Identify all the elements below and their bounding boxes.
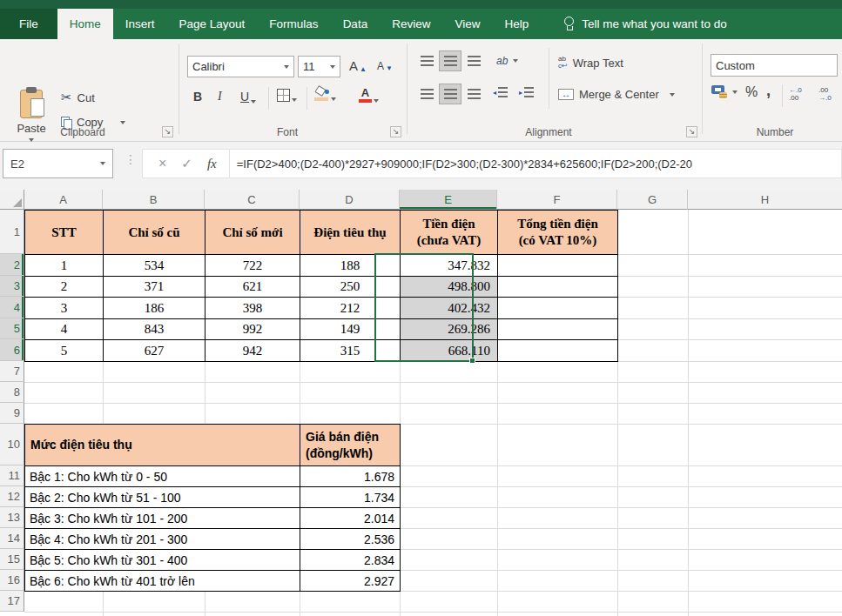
cell[interactable]: 5 bbox=[25, 340, 104, 362]
row-header[interactable]: 10 bbox=[0, 424, 24, 465]
tab-review[interactable]: Review bbox=[380, 9, 442, 39]
price-tier-cell[interactable]: Bậc 1: Cho kWh từ 0 - 50 bbox=[25, 466, 300, 487]
cell[interactable]: 250 bbox=[300, 277, 401, 298]
cancel-icon[interactable]: × bbox=[158, 156, 166, 171]
cell[interactable]: 3 bbox=[25, 298, 104, 319]
formula-bar-handle[interactable]: ⋮ bbox=[125, 152, 137, 166]
cell[interactable]: 627 bbox=[104, 340, 205, 362]
cell[interactable]: 942 bbox=[205, 340, 300, 362]
align-right-button[interactable] bbox=[462, 84, 485, 104]
bill-header-cell[interactable]: Chỉ số mới bbox=[205, 211, 300, 255]
font-color-button[interactable]: A bbox=[359, 87, 379, 103]
cell[interactable]: 1 bbox=[25, 255, 104, 277]
price-value-cell[interactable]: 2.927 bbox=[300, 571, 401, 592]
row-header[interactable]: 8 bbox=[0, 382, 24, 403]
decrease-indent-button[interactable]: ◂ bbox=[493, 87, 508, 97]
cell[interactable]: 621 bbox=[205, 277, 300, 298]
cell[interactable]: 2 bbox=[25, 277, 104, 298]
column-header-selected[interactable]: E bbox=[400, 190, 497, 210]
cell[interactable]: 212 bbox=[300, 298, 401, 319]
italic-button[interactable]: I bbox=[218, 90, 222, 104]
insert-function-icon[interactable]: fx bbox=[207, 157, 217, 171]
clipboard-dialog-launcher[interactable]: ↘ bbox=[162, 126, 173, 137]
percent-style-button[interactable]: % bbox=[745, 84, 758, 100]
price-header-label[interactable]: Mức điện tiêu thụ bbox=[25, 425, 300, 466]
price-value-cell[interactable]: 2.536 bbox=[300, 529, 401, 550]
copy-dropdown-caret[interactable] bbox=[120, 121, 125, 124]
align-center-button[interactable] bbox=[439, 84, 461, 104]
merge-center-button[interactable]: ↔ Merge & Center bbox=[558, 88, 675, 101]
cell[interactable]: 398 bbox=[205, 298, 300, 319]
cell[interactable] bbox=[498, 319, 618, 340]
tab-page-layout[interactable]: Page Layout bbox=[167, 9, 258, 39]
price-tier-cell[interactable]: Bậc 5: Cho kWh từ 301 - 400 bbox=[25, 550, 300, 571]
borders-button[interactable] bbox=[277, 89, 297, 102]
row-header[interactable]: 16 bbox=[0, 570, 24, 591]
bill-header-cell[interactable]: STT bbox=[25, 211, 104, 255]
grow-font-button[interactable]: A▲ bbox=[349, 58, 367, 73]
cell[interactable]: 992 bbox=[205, 319, 300, 340]
selected-cell[interactable]: 402.432 bbox=[401, 298, 498, 319]
comma-style-button[interactable]: , bbox=[766, 82, 771, 100]
accounting-format-button[interactable] bbox=[711, 85, 738, 98]
orientation-caret[interactable] bbox=[513, 59, 518, 63]
row-header-selected[interactable]: 5 bbox=[0, 318, 24, 339]
row-header-selected[interactable]: 3 bbox=[0, 276, 24, 297]
bill-header-cell[interactable]: Tổng tiền điện (có VAT 10%) bbox=[498, 211, 618, 255]
tab-help[interactable]: Help bbox=[492, 9, 541, 39]
name-box[interactable]: E2 bbox=[3, 149, 113, 178]
increase-indent-button[interactable]: ▸ bbox=[519, 87, 534, 97]
column-header[interactable]: C bbox=[205, 190, 300, 210]
alignment-dialog-launcher[interactable]: ↘ bbox=[686, 126, 697, 137]
cell[interactable] bbox=[498, 298, 618, 319]
borders-caret[interactable] bbox=[292, 98, 297, 102]
row-header-selected[interactable]: 4 bbox=[0, 297, 24, 318]
column-header[interactable]: G bbox=[617, 190, 688, 210]
select-all-corner[interactable] bbox=[0, 190, 24, 210]
enter-icon[interactable]: ✓ bbox=[181, 156, 192, 171]
formula-text[interactable]: =IF(D2>400;(D2-400)*2927+909000;IF(D2>30… bbox=[230, 157, 692, 171]
price-header-value[interactable]: Giá bán điện (đồng/kWh) bbox=[300, 425, 401, 466]
selected-cell[interactable]: 668.110 bbox=[401, 340, 498, 362]
row-header[interactable]: 14 bbox=[0, 528, 24, 549]
fill-color-caret[interactable] bbox=[331, 97, 336, 101]
row-header[interactable]: 1 bbox=[0, 210, 24, 254]
column-header[interactable]: F bbox=[497, 190, 617, 210]
cut-button[interactable]: ✂ Cut bbox=[61, 90, 95, 105]
price-value-cell[interactable]: 1.678 bbox=[300, 466, 401, 487]
price-tier-cell[interactable]: Bậc 3: Cho kWh từ 101 - 200 bbox=[25, 508, 300, 529]
cell[interactable] bbox=[498, 340, 618, 362]
underline-caret[interactable] bbox=[251, 100, 256, 104]
orientation-button[interactable]: ab bbox=[496, 55, 518, 67]
cell[interactable]: 149 bbox=[300, 319, 401, 340]
row-header-selected[interactable]: 2 bbox=[0, 254, 24, 276]
bold-button[interactable]: B bbox=[193, 90, 202, 104]
cell[interactable]: 315 bbox=[300, 340, 401, 362]
align-top-button[interactable] bbox=[415, 50, 438, 71]
font-size-combo[interactable]: 11 bbox=[298, 56, 340, 77]
tab-formulas[interactable]: Formulas bbox=[257, 9, 330, 39]
align-middle-button[interactable] bbox=[439, 50, 461, 71]
align-bottom-button[interactable] bbox=[462, 50, 485, 71]
column-header[interactable]: D bbox=[300, 190, 400, 210]
tab-home[interactable]: Home bbox=[57, 9, 113, 39]
shrink-font-button[interactable]: A▼ bbox=[377, 60, 393, 72]
increase-decimal-button[interactable]: ←.0.00 bbox=[789, 87, 802, 103]
column-header[interactable]: B bbox=[103, 190, 205, 210]
font-family-combo[interactable]: Calibri bbox=[187, 56, 294, 77]
tab-data[interactable]: Data bbox=[331, 9, 381, 39]
price-value-cell[interactable]: 1.734 bbox=[300, 487, 401, 508]
tab-file[interactable]: File bbox=[0, 9, 57, 39]
number-format-combo[interactable]: Custom bbox=[711, 54, 838, 77]
cell[interactable]: 534 bbox=[104, 255, 205, 277]
bill-header-cell[interactable]: Chỉ số cũ bbox=[104, 211, 205, 255]
row-header[interactable]: 15 bbox=[0, 549, 24, 570]
decrease-decimal-button[interactable]: .00→.0 bbox=[818, 87, 832, 103]
selected-cell[interactable]: 498.800 bbox=[401, 277, 498, 298]
bill-header-cell[interactable]: Tiền điện (chưa VAT) bbox=[401, 211, 498, 255]
price-tier-cell[interactable]: Bậc 4: Cho kWh từ 201 - 300 bbox=[25, 529, 300, 550]
column-header[interactable]: A bbox=[24, 190, 103, 210]
wrap-text-button[interactable]: abc↩ Wrap Text bbox=[558, 56, 623, 70]
price-tier-cell[interactable]: Bậc 6: Cho kWh từ 401 trở lên bbox=[25, 571, 300, 592]
price-tier-cell[interactable]: Bậc 2: Cho kWh từ 51 - 100 bbox=[25, 487, 300, 508]
